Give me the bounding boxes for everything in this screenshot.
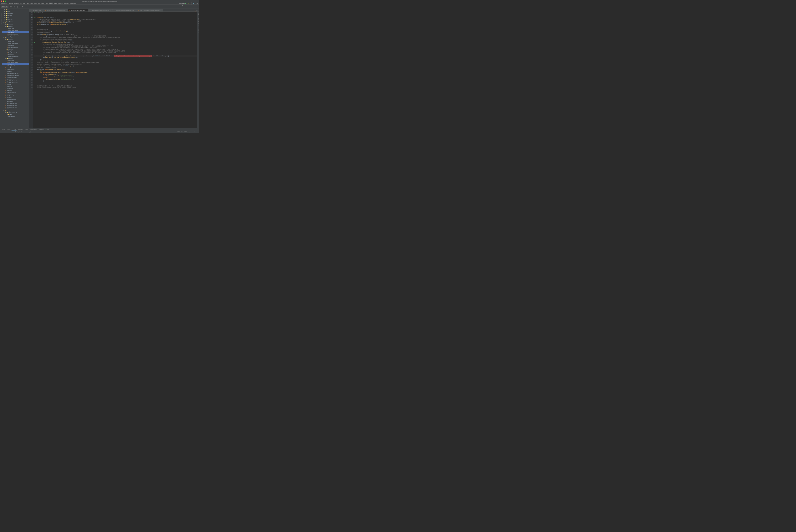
project-selector[interactable]: Project ▼ [1,6,8,8]
settings-project-btn[interactable]: ⚙ [21,5,24,8]
tab-example1serverhandler[interactable]: C example1/NettyServerHandler.java × [112,9,137,12]
menu-src[interactable]: src [19,2,22,4]
menu-java[interactable]: java [26,2,30,4]
menu-example[interactable]: example [14,2,19,4]
tree-item-nettyserver-lf-e1[interactable]: C NettyServer [2,44,29,46]
run-btn[interactable]: ▶ [184,2,187,5]
tree-item-nettyserver-nio-e3[interactable]: C NettyServer [2,31,29,33]
tree-item-length-field[interactable]: ▼ 📁 length.field.based.frame.decoder [2,37,29,39]
tab-close-nettyclient[interactable]: × [41,10,43,11]
tree-item-nettyclienthandler-lf[interactable]: C NettyClientHandler [2,99,29,100]
tree-item-nettyserver-lf-e3[interactable]: C NettyServer [2,63,29,65]
right-tab-sql[interactable]: Sql [197,18,199,20]
menu-field[interactable]: field [45,2,49,4]
tab-nettyserverhandler[interactable]: C example3/NettyServerHandler.java × [88,9,112,12]
expand-all-btn[interactable]: ⊞ [10,5,13,8]
tree-item-guessfile[interactable]: C GuessFile [2,86,29,87]
bottom-tab-profiler[interactable]: Profiler [24,129,29,130]
tree-item-leakdemo[interactable]: C LeakDemo [2,89,29,91]
right-tab-restservices[interactable]: RestServices [197,21,199,28]
bottom-tab-todo[interactable]: TODO [12,129,17,130]
tree-item-bytebufferchannelread[interactable]: C ByteBufferChannelRead [2,74,29,76]
tree-item-example3-nio[interactable]: ▼ 📁 example3 [2,25,29,27]
status-indent[interactable]: 4 spaces [188,131,192,133]
tree-item-nio-top[interactable]: ▶ 📁 nio [2,16,29,18]
tree-item-nettyserverhandler-nio-e3[interactable]: C NettyServerHandler [2,33,29,35]
tree-item-bufferduplicate[interactable]: C BufferDuplicate [2,69,29,71]
tree-item-nettyserverhandler3-lf[interactable]: C NettyServerHandler3 [2,106,29,108]
menu-main[interactable]: main [22,2,26,4]
search-everywhere-btn[interactable]: 🔍 [192,2,195,5]
menu-decoder[interactable]: decoder [58,2,63,4]
locate-file-btn[interactable]: ◎ [16,5,19,8]
tab-close-clienthandler[interactable]: × [65,10,67,11]
tab-close-nettyserver[interactable]: × [86,10,87,11]
bottom-tab-deployments[interactable]: Deployments [30,129,38,130]
tree-item-bytebufferput[interactable]: C ByteBufferPut [2,78,29,80]
right-tab-mypetit[interactable]: MyPetit [197,13,199,17]
right-tab-notifications[interactable]: Notifications [197,28,199,35]
tree-item-example1-lf[interactable]: ▼ 📁 example1 [2,39,29,41]
tree-item-utils[interactable]: ▶ 📁 utils [2,114,29,115]
tree-item-codec[interactable]: ▶ 📁 codec [2,11,29,13]
tree-item-accepttest[interactable]: C AcceptTest [2,67,29,69]
tab-nettyclient[interactable]: C NettyClient.java × [29,9,44,12]
tree-item-nettyserverhandler-lf-e3[interactable]: C NettyServerHandler [2,65,29,67]
tree-item-bufferslice[interactable]: C BufferSlice [2,71,29,72]
status-branch[interactable]: ⎇ master [193,131,198,133]
sidebar-tab-structure[interactable]: Structure [0,13,2,18]
menu-com[interactable]: com [30,2,33,4]
tab-close-lengthdecoder[interactable]: × [160,10,162,11]
debug-btn[interactable]: 🐛 [188,2,191,5]
sidebar-tab-bookmarks[interactable]: Bookmarks [0,19,2,25]
tab-lengthfielddecoder[interactable]: C LengthFieldBasedFrameDecoder.java × [137,9,163,12]
tree-item-heartbeat[interactable]: ▶ 📁 heartbeat [2,14,29,16]
arrow-down-icon[interactable]: ∨ [197,10,198,12]
tree-item-nettyclient-lf-e1[interactable]: C NettyClient [2,41,29,42]
tree-item-bytebufferallocate[interactable]: C ByteBufferAllocateDirect [2,72,29,74]
tree-item-actualcombat[interactable]: ▼ 📁 actual.combat.e1 [2,112,29,114]
menu-example3[interactable]: example3 [63,2,70,4]
tree-item-nettyclient-nio-e3[interactable]: C NettyClient [2,27,29,29]
tree-item-nettyclient-lf[interactable]: C NettyClient [2,97,29,99]
tree-item-nettyclienthandler-lf-e3[interactable]: C NettyClientHandler [2,61,29,63]
tab-close-example1handler[interactable]: × [134,10,136,11]
status-position[interactable]: 37:53 [177,131,180,133]
menu-frame[interactable]: frame [53,2,57,4]
tab-nettyclienthandler[interactable]: C example3/NettyClientHandler.java × [44,9,68,12]
tree-item-bytebufferreaderfile[interactable]: C ByteBufferReaderFile [2,80,29,82]
menu-based[interactable]: based [49,2,53,4]
tree-item-bytebuffercompact[interactable]: C ByteBufferCompact [2,76,29,78]
menu-tuling[interactable]: tuling [34,2,37,4]
tree-item-mappedbytebuffer[interactable]: C MappedByteBuffer [2,91,29,93]
minimize-button[interactable] [3,0,4,2]
settings-btn[interactable]: ⚙ [196,2,199,5]
menu-nio[interactable]: nio [38,2,40,4]
tree-item-nio-expanded[interactable]: ▼ 📁 nio [2,22,29,24]
menu-nettyserver[interactable]: NettyServer [70,2,77,4]
tree-item-reconnect[interactable]: ▶ 📁 reconnect [2,18,29,20]
tree-item-nettyserverhandler2-nio-e3[interactable]: C NettyServerHandler2 [2,35,29,37]
menu-netty[interactable]: netty-netty-4.1.38.Final [0,2,13,4]
bottom-tab-problems[interactable]: Problems [17,129,23,130]
tree-item-nettyserverhandler-lf[interactable]: C NettyServerHandler [2,102,29,104]
menu-length[interactable]: length [41,2,45,4]
tree-item-nettyserverhandler2-lf[interactable]: C NettyServerHandler2 [2,104,29,106]
close-button[interactable] [1,0,2,2]
tree-item-nettybytebuf2[interactable]: C NettyByteBuf2 [2,95,29,97]
tree-item-bytebufferwritetofile[interactable]: C ByteBufferWriteToFile [2,82,29,83]
tab-nettyserver[interactable]: C example3/NettyServer.java × [68,9,88,12]
tree-item-nettyclienthandler-nio-e3[interactable]: C NettyClientHandler [2,29,29,31]
tree-item-example3-lf[interactable]: ▼ 📁 example3 [2,57,29,59]
status-encoding[interactable]: UTF-8 [184,131,187,133]
tree-item-splitpacket[interactable]: ▶ 📁 splitpacket [2,20,29,22]
arrow-up-icon[interactable]: ∧ [196,10,197,12]
bottom-tab-debug[interactable]: Debug [6,129,11,130]
tree-item-directbuffer[interactable]: ▶ 📁 directbuffer [2,13,29,14]
code-area[interactable]: ▶ :yServer { ▶ : void main (String[] arg… [33,12,197,128]
bottom-tab-terminal[interactable]: Terminal [38,129,44,130]
maximize-button[interactable] [4,0,6,2]
collapse-all-btn[interactable]: ⊟ [13,5,16,8]
status-line-sep[interactable]: LF [181,131,183,133]
tree-item-example2-lf[interactable]: ▼ 📁 example2 [2,48,29,50]
